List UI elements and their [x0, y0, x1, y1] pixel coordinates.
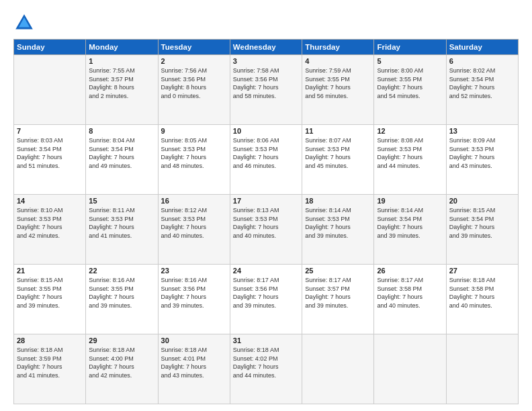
- day-number: 20: [449, 197, 515, 205]
- calendar-day-16: 16Sunrise: 8:12 AMSunset: 3:53 PMDayligh…: [158, 195, 230, 265]
- weekday-header-sunday: Sunday: [14, 40, 86, 55]
- calendar-day-14: 14Sunrise: 8:10 AMSunset: 3:53 PMDayligh…: [14, 195, 86, 265]
- day-info: Sunrise: 7:55 AMSunset: 3:57 PMDaylight:…: [89, 66, 154, 100]
- day-number: 1: [89, 57, 154, 65]
- calendar-body: 1Sunrise: 7:55 AMSunset: 3:57 PMDaylight…: [14, 55, 519, 404]
- day-number: 5: [377, 57, 443, 65]
- day-number: 21: [17, 267, 83, 275]
- day-number: 9: [161, 127, 227, 135]
- weekday-row: SundayMondayTuesdayWednesdayThursdayFrid…: [14, 40, 519, 55]
- day-info: Sunrise: 8:13 AMSunset: 3:53 PMDaylight:…: [233, 206, 299, 240]
- calendar-day-4: 4Sunrise: 7:59 AMSunset: 3:55 PMDaylight…: [302, 55, 374, 125]
- day-number: 16: [161, 197, 227, 205]
- day-info: Sunrise: 8:07 AMSunset: 3:53 PMDaylight:…: [305, 136, 371, 170]
- calendar-day-24: 24Sunrise: 8:17 AMSunset: 3:56 PMDayligh…: [230, 265, 302, 334]
- calendar-day-22: 22Sunrise: 8:16 AMSunset: 3:55 PMDayligh…: [86, 265, 158, 334]
- day-info: Sunrise: 8:17 AMSunset: 3:57 PMDaylight:…: [305, 276, 371, 310]
- calendar-day-10: 10Sunrise: 8:06 AMSunset: 3:53 PMDayligh…: [230, 125, 302, 195]
- weekday-header-wednesday: Wednesday: [230, 40, 302, 55]
- day-info: Sunrise: 8:08 AMSunset: 3:53 PMDaylight:…: [377, 136, 443, 170]
- day-info: Sunrise: 8:14 AMSunset: 3:54 PMDaylight:…: [377, 206, 443, 240]
- day-info: Sunrise: 8:15 AMSunset: 3:55 PMDaylight:…: [17, 276, 83, 310]
- day-info: Sunrise: 8:18 AMSunset: 3:59 PMDaylight:…: [17, 346, 83, 379]
- day-number: 8: [89, 127, 154, 135]
- day-info: Sunrise: 8:15 AMSunset: 3:54 PMDaylight:…: [449, 206, 515, 240]
- day-number: 28: [17, 336, 83, 345]
- calendar-day-20: 20Sunrise: 8:15 AMSunset: 3:54 PMDayligh…: [446, 195, 518, 265]
- calendar-day-30: 30Sunrise: 8:18 AMSunset: 4:01 PMDayligh…: [158, 334, 230, 404]
- calendar-day-19: 19Sunrise: 8:14 AMSunset: 3:54 PMDayligh…: [374, 195, 446, 265]
- day-info: Sunrise: 8:12 AMSunset: 3:53 PMDaylight:…: [161, 206, 227, 240]
- calendar-day-31: 31Sunrise: 8:18 AMSunset: 4:02 PMDayligh…: [230, 334, 302, 404]
- header: [13, 12, 519, 34]
- day-number: 31: [233, 336, 299, 345]
- day-info: Sunrise: 8:02 AMSunset: 3:54 PMDaylight:…: [449, 66, 515, 100]
- day-number: 7: [17, 127, 83, 135]
- calendar-day-7: 7Sunrise: 8:03 AMSunset: 3:54 PMDaylight…: [14, 125, 86, 195]
- weekday-header-thursday: Thursday: [302, 40, 374, 55]
- day-info: Sunrise: 7:56 AMSunset: 3:56 PMDaylight:…: [161, 66, 227, 100]
- day-info: Sunrise: 8:06 AMSunset: 3:53 PMDaylight:…: [233, 136, 299, 170]
- page: SundayMondayTuesdayWednesdayThursdayFrid…: [0, 0, 532, 411]
- day-number: 25: [305, 267, 371, 275]
- calendar-day-6: 6Sunrise: 8:02 AMSunset: 3:54 PMDaylight…: [446, 55, 518, 125]
- calendar-week-row: 1Sunrise: 7:55 AMSunset: 3:57 PMDaylight…: [14, 55, 519, 125]
- day-info: Sunrise: 8:10 AMSunset: 3:53 PMDaylight:…: [17, 206, 83, 240]
- day-info: Sunrise: 8:05 AMSunset: 3:53 PMDaylight:…: [161, 136, 227, 170]
- day-number: 14: [17, 197, 83, 205]
- calendar-day-26: 26Sunrise: 8:17 AMSunset: 3:58 PMDayligh…: [374, 265, 446, 334]
- day-info: Sunrise: 7:59 AMSunset: 3:55 PMDaylight:…: [305, 66, 371, 100]
- day-info: Sunrise: 8:18 AMSunset: 4:00 PMDaylight:…: [89, 346, 154, 379]
- day-number: 18: [305, 197, 371, 205]
- weekday-header-tuesday: Tuesday: [158, 40, 230, 55]
- day-info: Sunrise: 8:16 AMSunset: 3:55 PMDaylight:…: [89, 276, 154, 310]
- day-info: Sunrise: 8:17 AMSunset: 3:58 PMDaylight:…: [377, 276, 443, 310]
- calendar-day-21: 21Sunrise: 8:15 AMSunset: 3:55 PMDayligh…: [14, 265, 86, 334]
- logo: [13, 12, 38, 34]
- calendar-day-5: 5Sunrise: 8:00 AMSunset: 3:55 PMDaylight…: [374, 55, 446, 125]
- calendar-empty-cell: [446, 334, 518, 404]
- calendar-day-25: 25Sunrise: 8:17 AMSunset: 3:57 PMDayligh…: [302, 265, 374, 334]
- day-number: 27: [449, 267, 515, 275]
- day-info: Sunrise: 8:03 AMSunset: 3:54 PMDaylight:…: [17, 136, 83, 170]
- calendar-day-2: 2Sunrise: 7:56 AMSunset: 3:56 PMDaylight…: [158, 55, 230, 125]
- calendar-day-8: 8Sunrise: 8:04 AMSunset: 3:54 PMDaylight…: [86, 125, 158, 195]
- calendar-empty-cell: [14, 55, 86, 125]
- day-number: 3: [233, 57, 299, 65]
- day-number: 12: [377, 127, 443, 135]
- day-info: Sunrise: 8:04 AMSunset: 3:54 PMDaylight:…: [89, 136, 154, 170]
- calendar-day-1: 1Sunrise: 7:55 AMSunset: 3:57 PMDaylight…: [86, 55, 158, 125]
- day-number: 2: [161, 57, 227, 65]
- calendar-day-28: 28Sunrise: 8:18 AMSunset: 3:59 PMDayligh…: [14, 334, 86, 404]
- day-number: 10: [233, 127, 299, 135]
- day-info: Sunrise: 8:11 AMSunset: 3:53 PMDaylight:…: [89, 206, 154, 240]
- calendar-day-9: 9Sunrise: 8:05 AMSunset: 3:53 PMDaylight…: [158, 125, 230, 195]
- calendar-week-row: 28Sunrise: 8:18 AMSunset: 3:59 PMDayligh…: [14, 334, 519, 404]
- day-number: 13: [449, 127, 515, 135]
- weekday-header-saturday: Saturday: [446, 40, 518, 55]
- day-number: 19: [377, 197, 443, 205]
- weekday-header-monday: Monday: [86, 40, 158, 55]
- calendar-day-27: 27Sunrise: 8:18 AMSunset: 3:58 PMDayligh…: [446, 265, 518, 334]
- calendar-day-15: 15Sunrise: 8:11 AMSunset: 3:53 PMDayligh…: [86, 195, 158, 265]
- day-info: Sunrise: 7:58 AMSunset: 3:56 PMDaylight:…: [233, 66, 299, 100]
- calendar-header: SundayMondayTuesdayWednesdayThursdayFrid…: [14, 40, 519, 55]
- day-number: 22: [89, 267, 154, 275]
- day-number: 6: [449, 57, 515, 65]
- day-number: 11: [305, 127, 371, 135]
- day-number: 30: [161, 336, 227, 345]
- calendar-day-18: 18Sunrise: 8:14 AMSunset: 3:53 PMDayligh…: [302, 195, 374, 265]
- calendar-week-row: 21Sunrise: 8:15 AMSunset: 3:55 PMDayligh…: [14, 265, 519, 334]
- calendar-day-29: 29Sunrise: 8:18 AMSunset: 4:00 PMDayligh…: [86, 334, 158, 404]
- logo-icon: [13, 12, 35, 34]
- day-info: Sunrise: 8:16 AMSunset: 3:56 PMDaylight:…: [161, 276, 227, 310]
- calendar-week-row: 14Sunrise: 8:10 AMSunset: 3:53 PMDayligh…: [14, 195, 519, 265]
- weekday-header-friday: Friday: [374, 40, 446, 55]
- day-number: 23: [161, 267, 227, 275]
- day-number: 15: [89, 197, 154, 205]
- calendar-empty-cell: [302, 334, 374, 404]
- day-number: 17: [233, 197, 299, 205]
- calendar-empty-cell: [374, 334, 446, 404]
- day-number: 24: [233, 267, 299, 275]
- calendar-day-12: 12Sunrise: 8:08 AMSunset: 3:53 PMDayligh…: [374, 125, 446, 195]
